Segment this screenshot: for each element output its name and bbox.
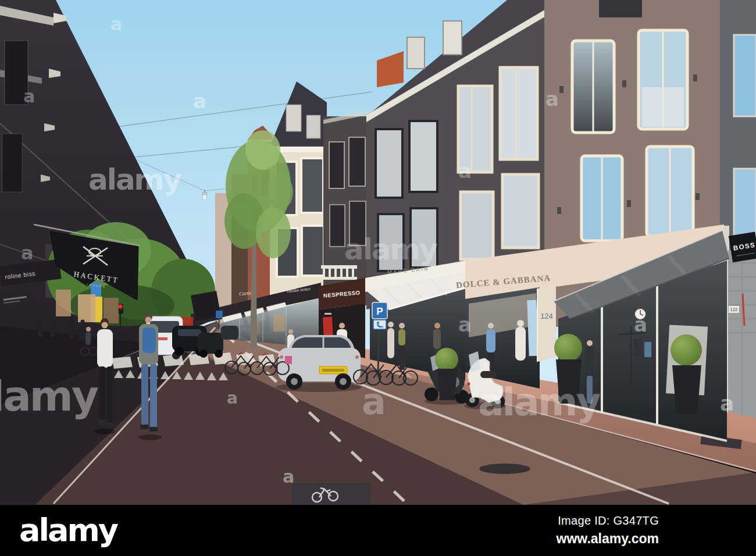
watermark-text: alamy [88, 163, 182, 197]
watermark-letter: a [458, 313, 472, 336]
pillar-124 [537, 285, 556, 362]
alamy-url-text: www.alamy.com [557, 531, 659, 547]
plate-122: 122 [729, 306, 739, 313]
watermark-text: alamy [478, 380, 600, 425]
watermark-text: alamy [344, 233, 438, 266]
watermark-letter: a [23, 86, 35, 106]
watermark-letter: a [458, 159, 472, 183]
image-id-text: Image ID: G347TG [557, 514, 659, 528]
alamy-logo: alamy [19, 505, 117, 556]
boss-sign: BOSS [729, 232, 756, 263]
watermark-letter: a [283, 466, 294, 487]
grey-house [321, 111, 369, 305]
street-photo: Cartier claudia sträter NESPRESSO MARC C… [0, 0, 756, 505]
watermark-letter: a [362, 380, 386, 423]
watermark-letter: a [545, 87, 559, 111]
bike-lane-patch [292, 483, 370, 505]
watermark-letter: a [720, 391, 734, 415]
house-number-124: 124 [540, 312, 553, 320]
watermark-letter: a [634, 313, 647, 336]
watermark-text: alamy [0, 372, 98, 420]
watermark-letter: a [227, 389, 238, 408]
footer-credits: Image ID: G347TG www.alamy.com [557, 514, 659, 547]
house-number-122: 122 [730, 307, 738, 312]
wheelchair-panel [373, 320, 386, 329]
alamy-footer-bar: alamy Image ID: G347TG www.alamy.com [0, 505, 756, 556]
watermark-letter: a [193, 90, 206, 113]
parking-sign-letter: P [376, 306, 383, 317]
stock-photo-page: Cartier claudia sträter NESPRESSO MARC C… [0, 0, 756, 556]
manhole [479, 464, 530, 474]
watermark-letter: a [21, 242, 34, 264]
watermark-letter: a [110, 14, 122, 34]
